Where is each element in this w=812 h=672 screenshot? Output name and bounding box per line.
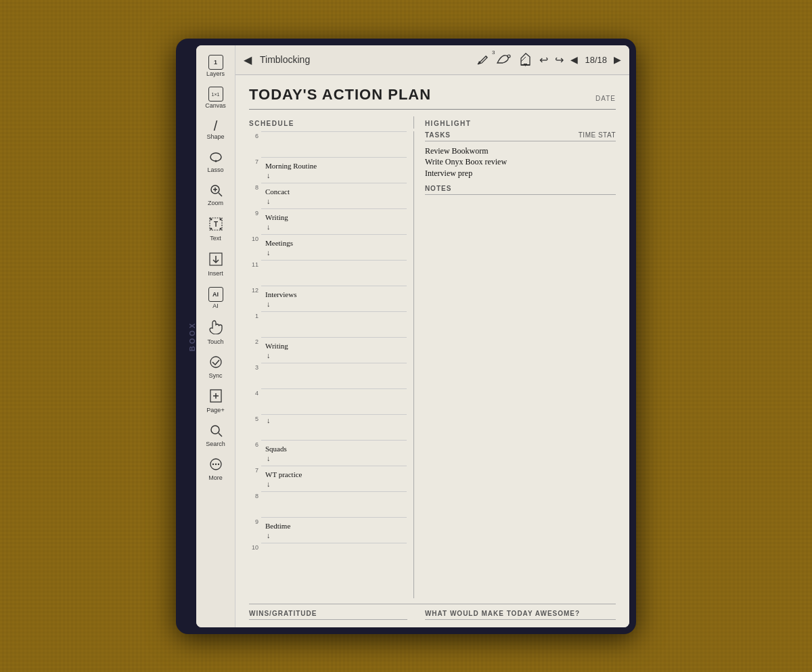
toolbar-item-search[interactable]: Search bbox=[199, 420, 233, 452]
svg-point-21 bbox=[212, 464, 213, 465]
time-row: 10 Meetings ↓ bbox=[249, 234, 407, 260]
brand-label: BOOX bbox=[188, 321, 196, 351]
schedule-header: SCHEDULE bbox=[249, 116, 414, 129]
arrow-icon: ↓ bbox=[267, 197, 407, 205]
time-row: 6 bbox=[249, 131, 407, 157]
arrow-icon: ↓ bbox=[267, 223, 407, 231]
svg-point-25 bbox=[508, 55, 510, 58]
svg-line-19 bbox=[219, 433, 222, 436]
tasks-section: TASKS TIME STAT Review Bookworm Write On… bbox=[425, 131, 616, 179]
arrow-icon: ↓ bbox=[267, 454, 407, 462]
page-number: 18/18 bbox=[585, 55, 607, 65]
insert-icon bbox=[208, 252, 223, 269]
eraser-tool[interactable] bbox=[518, 53, 533, 66]
time-row: 4 bbox=[249, 388, 407, 414]
zoom-label: Zoom bbox=[208, 200, 223, 207]
pen-badge: 3 bbox=[492, 49, 495, 55]
notes-label: NOTES bbox=[425, 185, 616, 195]
task-item: Review Bookworm bbox=[425, 145, 616, 157]
text-label: Text bbox=[210, 236, 221, 242]
tasks-label: TASKS bbox=[425, 131, 451, 139]
page-plus-label: Page+ bbox=[206, 407, 224, 414]
time-row: 9 Writing ↓ bbox=[249, 208, 407, 234]
page-plus-icon bbox=[208, 388, 223, 406]
schedule-label: SCHEDULE bbox=[249, 120, 294, 127]
pen-icon bbox=[476, 53, 489, 66]
toolbar-item-insert[interactable]: Insert bbox=[199, 248, 233, 282]
awesome-column: WHAT WOULD MAKE TODAY AWESOME? bbox=[414, 610, 616, 624]
wins-column: WINS/GRATITUDE bbox=[249, 610, 414, 624]
time-row: 9 Bedtime ↓ bbox=[249, 517, 407, 543]
task-item: Write Onyx Boox review bbox=[425, 156, 616, 168]
time-row: 11 bbox=[249, 260, 407, 286]
toolbar: 1 Layers 1×1 Canvas / Shape bbox=[196, 45, 235, 627]
prev-page-button[interactable]: ◀ bbox=[570, 54, 578, 65]
nav-bar: ◀ Timblocking 3 bbox=[235, 45, 629, 75]
time-row: 8 Concact ↓ bbox=[249, 183, 407, 208]
svg-point-23 bbox=[217, 464, 219, 465]
arrow-icon: ↓ bbox=[267, 480, 407, 488]
toolbar-item-ai[interactable]: AI AI bbox=[199, 283, 233, 314]
svg-point-22 bbox=[215, 464, 216, 465]
toolbar-item-touch[interactable]: Touch bbox=[199, 315, 233, 350]
layers-label: Layers bbox=[206, 71, 225, 78]
toolbar-item-sync[interactable]: Sync bbox=[199, 351, 233, 384]
text-icon: T bbox=[208, 217, 223, 234]
time-row: 2 Writing ↓ bbox=[249, 337, 407, 363]
time-row: 8 bbox=[249, 491, 407, 517]
nav-icons: 3 bbox=[476, 53, 621, 66]
arrow-icon: ↓ bbox=[267, 531, 407, 539]
layers-icon: 1 bbox=[208, 55, 223, 70]
next-page-button[interactable]: ▶ bbox=[614, 54, 621, 65]
wins-label: WINS/GRATITUDE bbox=[249, 610, 407, 620]
lasso-icon bbox=[209, 150, 223, 166]
nav-title: Timblocking bbox=[260, 54, 470, 65]
ai-icon: AI bbox=[208, 287, 223, 302]
touch-label: Touch bbox=[207, 339, 223, 346]
time-row: 12 Interviews ↓ bbox=[249, 286, 407, 311]
svg-point-8 bbox=[210, 218, 212, 220]
main-content: ◀ Timblocking 3 bbox=[235, 45, 629, 627]
toolbar-item-canvas[interactable]: 1×1 Canvas bbox=[199, 83, 233, 114]
arrow-icon: ↓ bbox=[267, 416, 407, 424]
marker-tool[interactable] bbox=[496, 53, 511, 66]
toolbar-item-page-plus[interactable]: Page+ bbox=[199, 384, 233, 418]
date-label: DATE bbox=[595, 95, 616, 104]
page-header: TODAY'S ACTION PLAN DATE bbox=[249, 86, 616, 110]
toolbar-item-layers[interactable]: 1 Layers bbox=[199, 51, 233, 82]
time-row: 7 Morning Routine ↓ bbox=[249, 157, 407, 183]
svg-point-11 bbox=[219, 227, 221, 229]
time-row: 3 bbox=[249, 363, 407, 388]
task-item: Interview prep bbox=[425, 168, 616, 179]
time-row: 1 bbox=[249, 311, 407, 337]
time-row: 7 WT practice ↓ bbox=[249, 466, 407, 491]
time-grid: 6 7 Morning Routine ↓ bbox=[249, 131, 407, 598]
toolbar-item-lasso[interactable]: Lasso bbox=[199, 146, 233, 178]
svg-point-18 bbox=[211, 426, 219, 434]
search-label: Search bbox=[206, 441, 225, 448]
shape-label: Shape bbox=[206, 134, 224, 141]
svg-point-1 bbox=[215, 160, 217, 162]
undo-button[interactable]: ↩ bbox=[539, 53, 548, 66]
arrow-icon: ↓ bbox=[267, 300, 407, 308]
two-col-layout: 6 7 Morning Routine ↓ bbox=[249, 131, 616, 598]
toolbar-item-zoom[interactable]: Zoom bbox=[199, 179, 233, 211]
canvas-icon: 1×1 bbox=[208, 87, 223, 102]
arrow-icon: ↓ bbox=[267, 171, 407, 179]
arrow-icon: ↓ bbox=[267, 351, 407, 359]
svg-point-0 bbox=[210, 153, 221, 161]
svg-point-14 bbox=[210, 357, 221, 367]
svg-marker-26 bbox=[521, 53, 530, 65]
time-stat-label: TIME STAT bbox=[579, 131, 616, 139]
toolbar-item-shape[interactable]: / Shape bbox=[199, 115, 233, 145]
time-row: 5 ↓ bbox=[249, 414, 407, 440]
back-button[interactable]: ◀ bbox=[244, 53, 252, 66]
toolbar-item-text[interactable]: T Text bbox=[199, 212, 233, 246]
sync-label: Sync bbox=[208, 373, 222, 380]
highlight-label: HIGHLIGHT bbox=[425, 120, 472, 127]
columns-header: SCHEDULE HIGHLIGHT bbox=[249, 116, 616, 129]
search-icon bbox=[209, 424, 223, 440]
redo-button[interactable]: ↪ bbox=[555, 53, 564, 66]
toolbar-item-more[interactable]: More bbox=[199, 453, 233, 486]
pen-tool[interactable]: 3 bbox=[476, 53, 489, 66]
